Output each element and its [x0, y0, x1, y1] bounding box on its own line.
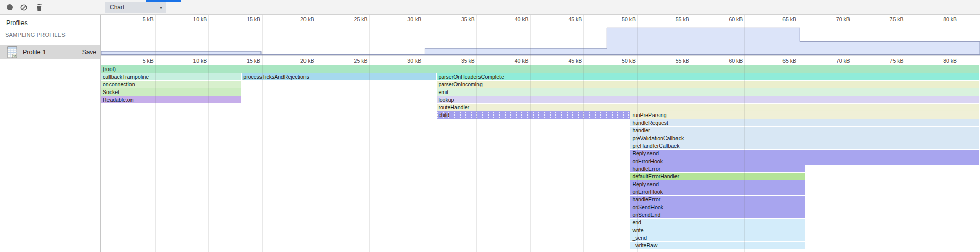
ruler-tick-label: 35 kB: [444, 58, 475, 64]
ruler-tick-label: 25 kB: [337, 16, 367, 22]
ruler-tick-label: 80 kB: [926, 58, 957, 64]
ruler-tick-label: 20 kB: [284, 16, 314, 22]
ruler-tick-label: 45 kB: [551, 58, 582, 64]
clear-all-button[interactable]: [17, 0, 30, 14]
flame-frame-reply-send[interactable]: Reply.send: [630, 150, 979, 157]
ruler-tick-label: 25 kB: [337, 58, 367, 64]
flame-frame-processticksandrejections[interactable]: processTicksAndRejections: [242, 73, 436, 80]
delete-profile-button[interactable]: [33, 0, 46, 14]
chevron-down-icon: ▾: [160, 2, 162, 13]
ruler-tick-label: 5 kB: [123, 58, 154, 64]
ruler-tick-label: 35 kB: [444, 16, 475, 22]
ruler-tick-label: 15 kB: [230, 58, 260, 64]
ruler-tick-label: 20 kB: [284, 58, 314, 64]
overview-shape: [101, 28, 980, 54]
ruler-tick-label: 75 kB: [873, 16, 903, 22]
trash-icon: [36, 4, 42, 11]
panel-divider: [101, 0, 101, 15]
ruler-tick-label: 70 kB: [819, 16, 850, 22]
ruler-tick-label: 40 kB: [498, 58, 529, 64]
ruler-tick-label: 10 kB: [176, 58, 207, 64]
flame-frame-handleerror[interactable]: handleError: [630, 165, 804, 172]
ruler-tick-label: 5 kB: [123, 16, 154, 22]
svg-text:%: %: [13, 54, 16, 58]
flame-frame-readable-on[interactable]: Readable.on: [101, 96, 241, 103]
sidebar-title: Profiles: [6, 19, 28, 27]
toolbar: Chart ▾: [0, 0, 980, 15]
ruler-bottom: 5 kB10 kB15 kB20 kB25 kB30 kB35 kB40 kB4…: [101, 56, 980, 65]
flame-frame-parseronheaderscomplete[interactable]: parserOnHeadersComplete: [437, 73, 979, 80]
flame-frame-onconnection[interactable]: onconnection: [101, 81, 241, 88]
sidebar: Profiles SAMPLING PROFILES % Profile 1 S…: [0, 15, 101, 252]
flame-frame-root[interactable]: (root): [101, 65, 979, 73]
flame-frame-onsendend[interactable]: onSendEnd: [630, 211, 804, 218]
record-button[interactable]: [3, 0, 16, 14]
ruler-tick-label: 65 kB: [766, 16, 796, 22]
ruler-tick-label: 50 kB: [605, 58, 636, 64]
flame-frame-routehandler[interactable]: routeHandler: [437, 104, 979, 111]
flame-chart-area: 5 kB10 kB15 kB20 kB25 kB30 kB35 kB40 kB4…: [101, 15, 980, 252]
memory-profiler-panel: Chart ▾ Profiles SAMPLING PROFILES % Pro…: [0, 0, 980, 252]
profile-name: Profile 1: [23, 49, 46, 56]
flame-frame-prevalidationcallback[interactable]: preValidationCallback: [630, 134, 979, 142]
flame-frame-reply-send[interactable]: Reply.send: [630, 180, 804, 188]
ruler-tick-label: 50 kB: [605, 16, 636, 22]
memory-overview[interactable]: [101, 24, 980, 55]
flame-frame-callbacktrampoline[interactable]: callbackTrampoline: [101, 73, 241, 80]
ruler-tick-label: 15 kB: [230, 16, 260, 22]
ruler-tick-label: 60 kB: [712, 58, 743, 64]
flame-frame-writeraw[interactable]: _writeRaw: [630, 242, 804, 249]
flame-frame-prehandlercallback[interactable]: preHandlerCallback: [630, 142, 979, 149]
flame-frame-parseronincoming[interactable]: parserOnIncoming: [437, 81, 979, 88]
record-circle-icon: [7, 4, 13, 10]
ruler-tick-label: 65 kB: [766, 58, 796, 64]
flame-frame-end[interactable]: end: [630, 219, 804, 226]
block-icon: [20, 4, 27, 11]
flame-frame-handleerror[interactable]: handleError: [630, 196, 804, 203]
ruler-tick-label: 75 kB: [873, 58, 903, 64]
flame-frame-onerrorhook[interactable]: onErrorHook: [630, 188, 804, 195]
ruler-tick-label: 10 kB: [176, 16, 207, 22]
flame-frame-handlerequest[interactable]: handleRequest: [630, 119, 979, 126]
toolbar-separator: [30, 3, 30, 11]
ruler-tick-label: 55 kB: [659, 58, 689, 64]
ruler-tick-label: 30 kB: [390, 58, 421, 64]
save-profile-link[interactable]: Save: [82, 49, 96, 56]
flame-frame-socket[interactable]: Socket: [101, 88, 241, 96]
chart-view-select-value: Chart: [110, 4, 124, 11]
overview-svg: [101, 24, 980, 55]
sampling-profiles-section-label: SAMPLING PROFILES: [5, 32, 66, 38]
ruler-tick-label: 80 kB: [926, 16, 957, 22]
ruler-tick-label: 60 kB: [712, 16, 743, 22]
profile-icon: %: [7, 46, 18, 58]
flame-frame-defaulterrorhandler[interactable]: defaultErrorHandler: [630, 173, 804, 180]
flame-frame-runpreparsing[interactable]: runPreParsing: [630, 111, 979, 119]
flame-frames: (root)callbackTrampolineprocessTicksAndR…: [101, 65, 980, 252]
flame-frame-handler[interactable]: handler: [630, 127, 979, 134]
flame-frame-lookup[interactable]: lookup: [437, 96, 979, 103]
flame-frame-emit[interactable]: emit: [437, 88, 979, 96]
active-tab-indicator: [146, 0, 181, 2]
ruler-tick-label: 70 kB: [819, 58, 850, 64]
chart-view-select[interactable]: Chart ▾: [105, 2, 166, 13]
flame-frame-onsendhook[interactable]: onSendHook: [630, 203, 804, 211]
ruler-tick-label: 45 kB: [551, 16, 582, 22]
ruler-top: 5 kB10 kB15 kB20 kB25 kB30 kB35 kB40 kB4…: [101, 15, 980, 24]
ruler-tick-label: 30 kB: [390, 16, 421, 22]
flame-frame-write[interactable]: write_: [630, 226, 804, 234]
ruler-tick-label: 55 kB: [659, 16, 689, 22]
ruler-tick-label: 40 kB: [498, 16, 529, 22]
flame-frame-send[interactable]: _send: [630, 234, 804, 241]
flame-frame-onerrorhook[interactable]: onErrorHook: [630, 157, 979, 165]
flame-frame-child[interactable]: child: [437, 111, 630, 119]
profile-item[interactable]: % Profile 1 Save: [0, 45, 100, 59]
